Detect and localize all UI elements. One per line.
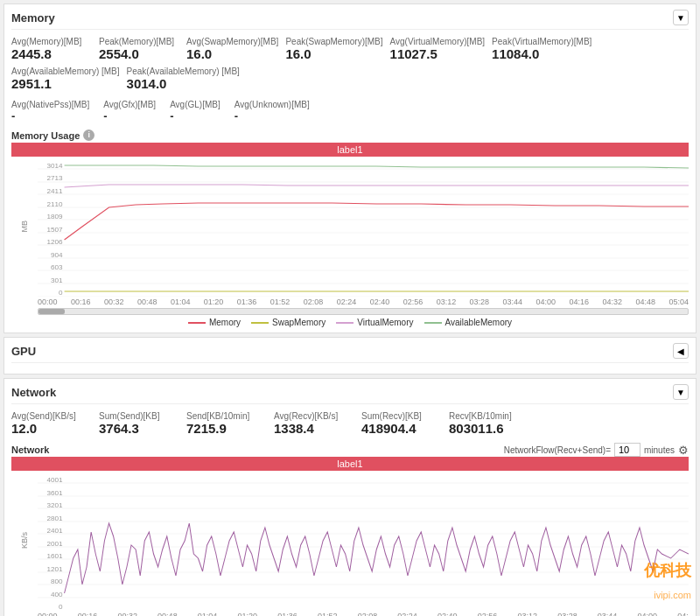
net-stat-label: Avg(Recv)[KB/s]	[274, 411, 354, 421]
stat2-value: -	[11, 109, 89, 122]
legend-available-line	[424, 322, 442, 324]
net-stat-label: Send[KB/10min]	[186, 411, 267, 421]
x-tick-17: 04:32	[602, 298, 622, 306]
x-tick-13: 03:28	[470, 298, 490, 306]
stat-label: Avg(SwapMemory)[MB]	[186, 37, 278, 46]
x-tick-8: 02:08	[304, 298, 324, 306]
stat2-value: -	[170, 109, 220, 122]
legend-virtual: VirtualMemory	[336, 318, 413, 327]
network-collapse-btn[interactable]: ▼	[673, 384, 689, 400]
memory-chart-scrollbar[interactable]	[38, 308, 689, 315]
legend-memory-line	[188, 322, 206, 324]
svg-text:2401: 2401	[46, 527, 63, 535]
svg-text:0: 0	[59, 603, 63, 611]
memory-info-icon[interactable]: i	[83, 130, 94, 141]
legend-available-label: AvailableMemory	[445, 318, 513, 327]
network-y-axis-area: KB/s	[11, 471, 38, 611]
svg-text:800: 800	[51, 578, 63, 585]
legend-available: AvailableMemory	[424, 318, 513, 327]
stat2-label: Avg(Unknown)[MB]	[234, 100, 310, 109]
net-x-4: 01:04	[198, 612, 218, 616]
net-x-13: 03:28	[557, 612, 578, 616]
memory-stat-item: Peak(AvailableMemory) [MB]3014.0	[127, 65, 247, 94]
network-stat-item: Avg(Recv)[KB/s]1338.4	[274, 410, 361, 439]
net-x-0: 00:00	[38, 612, 58, 616]
network-stat-item: Recv[KB/10min]803011.6	[449, 410, 536, 439]
svg-text:3014: 3014	[46, 162, 63, 170]
net-x-16: 04:	[677, 612, 689, 616]
network-y-axis-label: KB/s	[20, 532, 29, 549]
svg-text:1206: 1206	[46, 238, 63, 246]
net-x-12: 03:12	[517, 612, 537, 616]
stat-value: 11084.0	[492, 46, 592, 61]
legend-virtual-label: VirtualMemory	[357, 318, 413, 327]
svg-text:4001: 4001	[46, 476, 63, 484]
svg-text:904: 904	[51, 251, 63, 259]
x-tick-14: 03:44	[503, 298, 523, 306]
x-tick-10: 02:40	[370, 298, 390, 306]
network-chart-svg: 4001 3601 3201 2801 2401 2001 1601 1201 …	[38, 471, 689, 611]
svg-text:2411: 2411	[46, 187, 63, 195]
memory-y-axis-area: MB	[11, 157, 38, 297]
gpu-collapse-btn[interactable]: ◀	[673, 343, 689, 359]
net-x-5: 01:20	[238, 612, 258, 616]
legend-virtual-line	[336, 322, 354, 324]
x-tick-3: 00:48	[137, 298, 158, 306]
memory-scrollbar-thumb[interactable]	[38, 309, 65, 314]
memory-chart-section: Memory Usage i label1 MB	[11, 130, 689, 327]
svg-text:0: 0	[59, 289, 63, 297]
net-x-11: 02:56	[478, 612, 498, 616]
memory-chart-inner: 3014 2713 2411 2110 1809 1507 1206 904 6…	[38, 157, 689, 297]
network-stat-item: Avg(Send)[KB/s]12.0	[11, 410, 99, 439]
network-stat-item: Send[KB/10min]7215.9	[186, 410, 274, 439]
network-stats-grid: Avg(Send)[KB/s]12.0Sum(Send)[KB]3764.3Se…	[11, 410, 689, 439]
memory-stat-item: Avg(Memory)[MB]2445.8	[11, 35, 99, 65]
network-settings-icon[interactable]: ⚙	[678, 444, 689, 457]
memory-chart-legend: Memory SwapMemory VirtualMemory Availabl…	[11, 318, 689, 327]
net-x-9: 02:24	[397, 612, 417, 616]
stat2-label: Avg(Gfx)[MB]	[103, 100, 156, 109]
network-header: Network ▼	[11, 384, 689, 404]
x-tick-16: 04:16	[570, 298, 590, 306]
net-stat-value: 803011.6	[449, 421, 529, 436]
stat2-value: -	[234, 109, 310, 122]
net-x-14: 03:44	[598, 612, 618, 616]
x-tick-6: 01:36	[237, 298, 257, 306]
svg-text:2801: 2801	[46, 514, 63, 522]
svg-text:400: 400	[51, 591, 63, 598]
net-x-3: 00:48	[158, 612, 178, 616]
memory-title: Memory	[11, 11, 55, 24]
gpu-section: GPU ◀	[4, 337, 696, 374]
svg-text:2110: 2110	[46, 200, 63, 208]
x-tick-18: 04:48	[635, 298, 655, 306]
net-x-15: 04:00	[638, 612, 658, 616]
svg-rect-0	[38, 157, 689, 297]
svg-text:3601: 3601	[46, 489, 63, 497]
memory-stat-item: Avg(AvailableMemory) [MB]2951.1	[11, 65, 127, 94]
stat2-value: -	[103, 109, 156, 122]
memory-y-axis-label: MB	[20, 220, 29, 233]
x-tick-12: 03:12	[437, 298, 457, 306]
network-flow-input[interactable]	[614, 443, 640, 457]
svg-text:1201: 1201	[46, 565, 63, 573]
stat-label: Peak(AvailableMemory) [MB]	[127, 66, 240, 76]
net-stat-label: Sum(Send)[KB]	[99, 411, 179, 421]
network-chart-title: Network	[11, 444, 49, 455]
memory-stat2-item: Avg(NativePss)[MB]-	[11, 98, 89, 124]
net-x-7: 01:52	[318, 612, 338, 616]
network-title: Network	[11, 386, 56, 399]
network-chart-wrapper: KB/s 4001 3601 3201 2801 2	[11, 471, 689, 611]
memory-collapse-btn[interactable]: ▼	[673, 10, 689, 25]
net-stat-value: 7215.9	[186, 421, 267, 436]
network-chart-label: label1	[11, 457, 689, 471]
net-stat-label: Sum(Recv)[KB]	[361, 411, 442, 421]
network-flow-label: NetworkFlow(Recv+Send)= minutes ⚙	[504, 443, 689, 457]
net-stat-value: 12.0	[11, 421, 92, 436]
stat-label: Peak(Memory)[MB]	[99, 37, 179, 46]
memory-chart-svg: 3014 2713 2411 2110 1809 1507 1206 904 6…	[38, 157, 689, 297]
svg-text:2713: 2713	[46, 174, 63, 182]
net-stat-value: 1338.4	[274, 421, 354, 436]
memory-stat-item: Peak(SwapMemory)[MB]16.0	[285, 35, 389, 65]
network-stat-item: Sum(Send)[KB]3764.3	[99, 410, 186, 439]
x-tick-0: 00:00	[38, 298, 58, 306]
